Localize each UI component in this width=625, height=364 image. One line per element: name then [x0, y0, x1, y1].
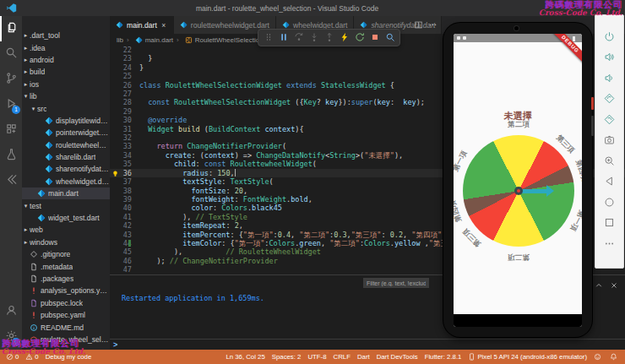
emulator-toolbar-button[interactable]	[601, 215, 619, 233]
emulator-toolbar-button[interactable]	[601, 132, 619, 150]
activity-bar-item[interactable]	[0, 117, 22, 143]
tree-item[interactable]: .idea	[22, 41, 110, 53]
phone-screen[interactable]: DEBUG 未選擇 第一項第二項第三項第四項第一項第二項第三項第四項	[454, 34, 582, 327]
debug-toolbar-button[interactable]	[262, 31, 274, 44]
error-icon	[6, 353, 14, 361]
tree-item[interactable]: displaytitlewidget....	[22, 115, 110, 127]
window-control[interactable]	[613, 17, 620, 24]
explorer-action[interactable]	[41, 19, 50, 28]
dart-icon	[37, 214, 46, 222]
bell-icon	[610, 353, 617, 361]
debug-toolbar-button[interactable]	[338, 31, 351, 44]
status-bar-item[interactable]: Ln 36, Col 25	[222, 353, 268, 361]
explorer-action[interactable]	[81, 19, 90, 28]
tree-item[interactable]: lib	[22, 90, 110, 102]
status-bar-item[interactable]: UTF-8	[304, 353, 329, 361]
activity-bar-item[interactable]	[0, 299, 22, 324]
editor-tab[interactable]: main.dart ×	[110, 16, 174, 34]
more-actions-icon[interactable]	[428, 20, 438, 30]
status-bar-item[interactable]: Pixel 5 API 24 (android-x86 emulator)	[465, 353, 590, 361]
window-control[interactable]	[603, 17, 610, 24]
emulator-toolbar-button[interactable]	[601, 173, 619, 192]
tree-item[interactable]: sharelib.dart	[22, 151, 110, 163]
emulator-toolbar-button[interactable]	[601, 70, 619, 89]
status-bar-item[interactable]: Dart DevTools	[373, 353, 421, 361]
tree-item[interactable]: pubspec.lock	[22, 297, 110, 309]
debug-toolbar-button[interactable]	[368, 31, 381, 44]
debug-toolbar-button[interactable]	[307, 31, 320, 44]
nav-button[interactable]	[487, 318, 494, 324]
activity-bar-item[interactable]: 1	[0, 324, 22, 350]
split-editor-icon[interactable]	[414, 20, 423, 30]
activity-bar-item[interactable]	[0, 168, 22, 193]
tree-item[interactable]: pubspec.yaml	[22, 309, 110, 321]
tree-item[interactable]: README.md	[22, 321, 110, 333]
status-bar-item[interactable]: Flutter: 2.8.1	[421, 353, 465, 361]
wheel-item-label: 第四項	[454, 199, 465, 223]
tree-item[interactable]: build	[22, 66, 110, 78]
activity-bar-item[interactable]: 1	[0, 92, 22, 117]
tree-item[interactable]: .metadata	[22, 260, 110, 272]
tree-item-label: wheelwidget.dart	[56, 177, 110, 186]
nav-button[interactable]	[514, 318, 521, 324]
tree-item[interactable]: roulettewheelwidg...	[22, 139, 110, 151]
activity-bar-item[interactable]	[0, 41, 22, 67]
tree-item[interactable]: web	[22, 224, 110, 236]
activity-bar-item[interactable]	[0, 143, 22, 168]
emulator-toolbar-button[interactable]	[601, 153, 619, 171]
tree-item-label: android	[30, 56, 54, 64]
line-number: 40	[120, 204, 132, 212]
status-bar-item[interactable]	[606, 353, 622, 361]
diamond-icon	[30, 250, 38, 258]
debug-toolbar-button[interactable]	[383, 31, 396, 44]
status-bar-item[interactable]: Spaces: 2	[269, 353, 305, 361]
explorer-action[interactable]	[27, 19, 36, 28]
tree-item[interactable]: src	[22, 102, 110, 114]
tree-item[interactable]: .dart_tool	[22, 30, 110, 41]
line-number: 32	[120, 133, 132, 142]
explorer-action[interactable]	[54, 19, 63, 28]
explorer-action[interactable]	[68, 19, 77, 28]
tree-item[interactable]: pointerwidget.dart	[22, 127, 110, 139]
activity-bar-item[interactable]	[0, 67, 22, 92]
debug-toolbar-button[interactable]	[353, 31, 366, 44]
breadcrumb-item[interactable]: main.dart	[123, 36, 173, 44]
status-bar-item[interactable]	[590, 353, 606, 361]
breadcrumb-item[interactable]: lib	[117, 36, 123, 44]
tree-item[interactable]: main.dart	[22, 187, 110, 199]
dart-icon	[180, 21, 188, 29]
tree-item[interactable]: roulette_wheel_selecti...	[22, 334, 110, 345]
status-bar-item[interactable]: CRLF	[330, 353, 354, 361]
emulator-toolbar-button[interactable]	[601, 236, 619, 254]
emulator-toolbar-button[interactable]	[601, 194, 619, 213]
emulator-toolbar-button[interactable]	[601, 29, 619, 47]
debug-filter-input[interactable]	[363, 278, 429, 288]
debug-toolbar-button[interactable]	[292, 31, 305, 44]
status-bar-item[interactable]: 0	[3, 353, 22, 361]
line-number: 23	[120, 54, 132, 62]
tree-item[interactable]: test	[22, 199, 110, 211]
tree-item-label: pointerwidget.dart	[56, 128, 110, 137]
emulator-toolbar-button[interactable]	[601, 111, 619, 130]
tree-item[interactable]: wheelwidget.dart	[22, 176, 110, 187]
tree-item[interactable]: .gitignore	[22, 248, 110, 260]
status-bar-item[interactable]: 0	[22, 353, 41, 361]
tree-item[interactable]: analysis_options.yaml	[22, 285, 110, 296]
nav-button[interactable]	[541, 318, 548, 324]
wheel-hub	[514, 187, 523, 195]
debug-toolbar-button[interactable]	[323, 31, 335, 44]
status-bar-item[interactable]: Dart	[354, 353, 373, 361]
tree-item[interactable]: widget_test.dart	[22, 212, 110, 224]
tree-item[interactable]: android	[22, 54, 110, 66]
tree-item[interactable]: .packages	[22, 273, 110, 285]
debug-toolbar-button[interactable]	[277, 31, 290, 44]
close-tab-icon[interactable]: ×	[160, 21, 167, 30]
debug-console-prompt[interactable]: >	[110, 339, 625, 350]
tree-item[interactable]: windows	[22, 236, 110, 248]
tree-item[interactable]: ios	[22, 79, 110, 90]
emulator-toolbar-button[interactable]	[601, 49, 619, 68]
tree-item[interactable]: sharenotifydata.dart	[22, 163, 110, 175]
activity-bar-item[interactable]	[0, 16, 22, 41]
emulator-toolbar-button[interactable]	[601, 90, 619, 109]
status-bar-item[interactable]: Debug my code	[42, 353, 95, 361]
